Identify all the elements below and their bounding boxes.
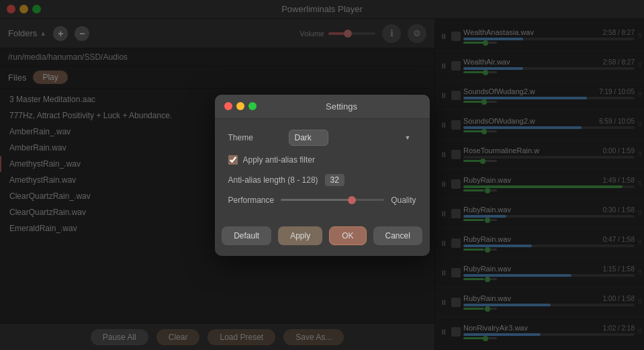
modal-minimize-button[interactable] bbox=[236, 102, 244, 110]
modal-buttons: Default Apply OK Cancel bbox=[215, 226, 430, 256]
antialias-length-value: 32 bbox=[325, 174, 344, 186]
antialias-label: Apply anti-alias filter bbox=[243, 155, 315, 165]
settings-modal: Settings Theme Dark Light System ▼ Apply… bbox=[215, 95, 430, 256]
modal-close-button[interactable] bbox=[224, 102, 232, 110]
antialias-checkbox-row: Apply anti-alias filter bbox=[228, 155, 416, 165]
apply-button[interactable]: Apply bbox=[278, 226, 322, 245]
performance-label: Performance bbox=[228, 195, 275, 205]
default-button[interactable]: Default bbox=[222, 226, 271, 245]
modal-titlebar: Settings bbox=[215, 95, 430, 119]
chevron-down-icon: ▼ bbox=[405, 134, 411, 141]
modal-maximize-button[interactable] bbox=[248, 102, 257, 110]
performance-row: Performance Quality bbox=[228, 195, 416, 205]
cancel-button[interactable]: Cancel bbox=[373, 226, 422, 245]
antialias-length-label: Anti-alias length (8 - 128) bbox=[228, 175, 318, 185]
ok-button[interactable]: OK bbox=[329, 226, 366, 245]
theme-label: Theme bbox=[228, 133, 282, 142]
antialias-checkbox[interactable] bbox=[228, 155, 238, 165]
theme-setting-row: Theme Dark Light System ▼ bbox=[228, 130, 416, 146]
modal-title: Settings bbox=[263, 101, 420, 112]
modal-window-controls bbox=[224, 102, 257, 110]
antialias-length-row: Anti-alias length (8 - 128) 32 bbox=[228, 174, 416, 186]
modal-overlay: Settings Theme Dark Light System ▼ Apply… bbox=[0, 0, 644, 350]
modal-body: Theme Dark Light System ▼ Apply anti-ali… bbox=[215, 119, 430, 226]
theme-select-wrapper: Dark Light System ▼ bbox=[289, 130, 416, 146]
quality-label: Quality bbox=[391, 195, 416, 205]
theme-select[interactable]: Dark Light System bbox=[289, 130, 328, 146]
performance-slider[interactable] bbox=[281, 199, 384, 201]
